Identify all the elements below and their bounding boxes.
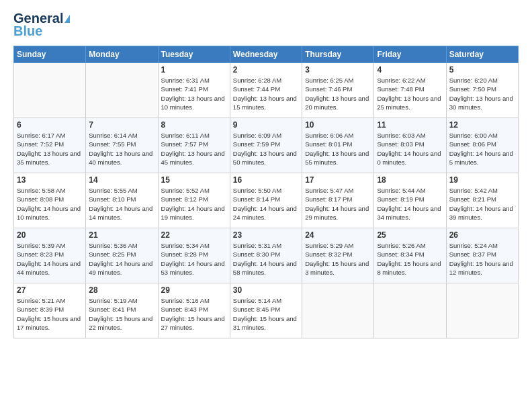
calendar-cell: 26Sunrise: 5:24 AMSunset: 8:37 PMDayligh… bbox=[446, 228, 518, 283]
calendar-cell: 28Sunrise: 5:19 AMSunset: 8:41 PMDayligh… bbox=[86, 283, 158, 338]
day-number: 9 bbox=[233, 120, 299, 130]
calendar-cell: 8Sunrise: 6:11 AMSunset: 7:57 PMDaylight… bbox=[158, 118, 230, 173]
day-number: 2 bbox=[233, 65, 299, 75]
calendar-week-5: 27Sunrise: 5:21 AMSunset: 8:39 PMDayligh… bbox=[14, 283, 519, 338]
calendar-cell: 30Sunrise: 5:14 AMSunset: 8:45 PMDayligh… bbox=[230, 283, 302, 338]
calendar-cell: 25Sunrise: 5:26 AMSunset: 8:34 PMDayligh… bbox=[374, 228, 446, 283]
calendar-cell: 9Sunrise: 6:09 AMSunset: 7:59 PMDaylight… bbox=[230, 118, 302, 173]
day-info: Sunrise: 5:29 AMSunset: 8:32 PMDaylight:… bbox=[305, 241, 371, 277]
day-info: Sunrise: 5:26 AMSunset: 8:34 PMDaylight:… bbox=[377, 241, 443, 277]
day-info: Sunrise: 6:31 AMSunset: 7:41 PMDaylight:… bbox=[161, 76, 227, 111]
day-info: Sunrise: 5:47 AMSunset: 8:17 PMDaylight:… bbox=[305, 186, 371, 222]
calendar-body: 1Sunrise: 6:31 AMSunset: 7:41 PMDaylight… bbox=[14, 63, 519, 338]
weekday-header-friday: Friday bbox=[374, 46, 446, 63]
calendar-cell: 13Sunrise: 5:58 AMSunset: 8:08 PMDayligh… bbox=[14, 173, 86, 228]
header: General Blue bbox=[13, 11, 519, 39]
day-number: 19 bbox=[449, 175, 515, 185]
day-info: Sunrise: 6:00 AMSunset: 8:06 PMDaylight:… bbox=[449, 131, 515, 167]
calendar-cell bbox=[14, 63, 86, 118]
day-info: Sunrise: 6:06 AMSunset: 8:01 PMDaylight:… bbox=[305, 131, 371, 167]
calendar-table: SundayMondayTuesdayWednesdayThursdayFrid… bbox=[13, 46, 519, 338]
day-info: Sunrise: 5:21 AMSunset: 8:39 PMDaylight:… bbox=[17, 296, 83, 332]
calendar-cell: 24Sunrise: 5:29 AMSunset: 8:32 PMDayligh… bbox=[302, 228, 374, 283]
calendar-cell bbox=[374, 283, 446, 338]
calendar-cell: 2Sunrise: 6:28 AMSunset: 7:44 PMDaylight… bbox=[230, 63, 302, 118]
day-info: Sunrise: 5:50 AMSunset: 8:14 PMDaylight:… bbox=[233, 186, 299, 222]
day-number: 7 bbox=[89, 120, 154, 130]
calendar-page: General Blue SundayMondayTuesdayWednesda… bbox=[0, 0, 532, 411]
calendar-cell: 4Sunrise: 6:22 AMSunset: 7:48 PMDaylight… bbox=[374, 63, 446, 118]
day-number: 15 bbox=[161, 175, 227, 185]
calendar-cell: 20Sunrise: 5:39 AMSunset: 8:23 PMDayligh… bbox=[14, 228, 86, 283]
day-number: 21 bbox=[89, 230, 154, 240]
logo-triangle-icon bbox=[64, 15, 70, 23]
day-info: Sunrise: 6:14 AMSunset: 7:55 PMDaylight:… bbox=[89, 131, 154, 167]
weekday-row: SundayMondayTuesdayWednesdayThursdayFrid… bbox=[14, 46, 519, 63]
weekday-header-monday: Monday bbox=[86, 46, 158, 63]
day-info: Sunrise: 5:44 AMSunset: 8:19 PMDaylight:… bbox=[377, 186, 443, 222]
weekday-header-saturday: Saturday bbox=[446, 46, 518, 63]
calendar-cell: 19Sunrise: 5:42 AMSunset: 8:21 PMDayligh… bbox=[446, 173, 518, 228]
calendar-cell: 5Sunrise: 6:20 AMSunset: 7:50 PMDaylight… bbox=[446, 63, 518, 118]
calendar-cell: 12Sunrise: 6:00 AMSunset: 8:06 PMDayligh… bbox=[446, 118, 518, 173]
day-number: 1 bbox=[161, 65, 227, 75]
calendar-cell bbox=[86, 63, 158, 118]
day-info: Sunrise: 5:42 AMSunset: 8:21 PMDaylight:… bbox=[449, 186, 515, 222]
weekday-header-wednesday: Wednesday bbox=[230, 46, 302, 63]
day-info: Sunrise: 5:19 AMSunset: 8:41 PMDaylight:… bbox=[89, 296, 154, 332]
calendar-cell: 29Sunrise: 5:16 AMSunset: 8:43 PMDayligh… bbox=[158, 283, 230, 338]
day-number: 23 bbox=[233, 230, 299, 240]
day-info: Sunrise: 6:20 AMSunset: 7:50 PMDaylight:… bbox=[449, 76, 515, 111]
calendar-week-3: 13Sunrise: 5:58 AMSunset: 8:08 PMDayligh… bbox=[14, 173, 519, 228]
day-info: Sunrise: 5:52 AMSunset: 8:12 PMDaylight:… bbox=[161, 186, 227, 222]
day-number: 6 bbox=[17, 120, 83, 130]
day-number: 20 bbox=[17, 230, 83, 240]
day-info: Sunrise: 6:25 AMSunset: 7:46 PMDaylight:… bbox=[305, 76, 371, 111]
day-info: Sunrise: 5:24 AMSunset: 8:37 PMDaylight:… bbox=[449, 241, 515, 277]
day-info: Sunrise: 5:14 AMSunset: 8:45 PMDaylight:… bbox=[233, 296, 299, 332]
day-info: Sunrise: 5:36 AMSunset: 8:25 PMDaylight:… bbox=[89, 241, 154, 277]
weekday-header-tuesday: Tuesday bbox=[158, 46, 230, 63]
calendar-cell: 23Sunrise: 5:31 AMSunset: 8:30 PMDayligh… bbox=[230, 228, 302, 283]
day-number: 26 bbox=[449, 230, 515, 240]
logo: General Blue bbox=[13, 11, 70, 39]
day-number: 10 bbox=[305, 120, 371, 130]
day-info: Sunrise: 6:22 AMSunset: 7:48 PMDaylight:… bbox=[377, 76, 443, 111]
calendar-week-4: 20Sunrise: 5:39 AMSunset: 8:23 PMDayligh… bbox=[14, 228, 519, 283]
calendar-cell: 17Sunrise: 5:47 AMSunset: 8:17 PMDayligh… bbox=[302, 173, 374, 228]
day-info: Sunrise: 6:11 AMSunset: 7:57 PMDaylight:… bbox=[161, 131, 227, 167]
day-info: Sunrise: 6:17 AMSunset: 7:52 PMDaylight:… bbox=[17, 131, 83, 167]
day-number: 4 bbox=[377, 65, 443, 75]
day-number: 3 bbox=[305, 65, 371, 75]
calendar-cell: 1Sunrise: 6:31 AMSunset: 7:41 PMDaylight… bbox=[158, 63, 230, 118]
calendar-cell: 21Sunrise: 5:36 AMSunset: 8:25 PMDayligh… bbox=[86, 228, 158, 283]
calendar-cell bbox=[446, 283, 518, 338]
day-number: 18 bbox=[377, 175, 443, 185]
calendar-cell bbox=[302, 283, 374, 338]
logo-blue: Blue bbox=[13, 24, 42, 39]
calendar-cell: 27Sunrise: 5:21 AMSunset: 8:39 PMDayligh… bbox=[14, 283, 86, 338]
day-info: Sunrise: 5:34 AMSunset: 8:28 PMDaylight:… bbox=[161, 241, 227, 277]
calendar-cell: 3Sunrise: 6:25 AMSunset: 7:46 PMDaylight… bbox=[302, 63, 374, 118]
day-info: Sunrise: 5:55 AMSunset: 8:10 PMDaylight:… bbox=[89, 186, 154, 222]
calendar-cell: 10Sunrise: 6:06 AMSunset: 8:01 PMDayligh… bbox=[302, 118, 374, 173]
day-number: 14 bbox=[89, 175, 154, 185]
day-number: 27 bbox=[17, 285, 83, 295]
calendar-cell: 14Sunrise: 5:55 AMSunset: 8:10 PMDayligh… bbox=[86, 173, 158, 228]
day-number: 12 bbox=[449, 120, 515, 130]
calendar-week-1: 1Sunrise: 6:31 AMSunset: 7:41 PMDaylight… bbox=[14, 63, 519, 118]
calendar-week-2: 6Sunrise: 6:17 AMSunset: 7:52 PMDaylight… bbox=[14, 118, 519, 173]
calendar-header: SundayMondayTuesdayWednesdayThursdayFrid… bbox=[14, 46, 519, 63]
day-info: Sunrise: 6:28 AMSunset: 7:44 PMDaylight:… bbox=[233, 76, 299, 111]
day-info: Sunrise: 5:39 AMSunset: 8:23 PMDaylight:… bbox=[17, 241, 83, 277]
day-info: Sunrise: 5:16 AMSunset: 8:43 PMDaylight:… bbox=[161, 296, 227, 332]
calendar-cell: 11Sunrise: 6:03 AMSunset: 8:03 PMDayligh… bbox=[374, 118, 446, 173]
day-number: 17 bbox=[305, 175, 371, 185]
day-number: 5 bbox=[449, 65, 515, 75]
day-number: 28 bbox=[89, 285, 154, 295]
day-number: 16 bbox=[233, 175, 299, 185]
calendar-cell: 22Sunrise: 5:34 AMSunset: 8:28 PMDayligh… bbox=[158, 228, 230, 283]
day-info: Sunrise: 6:09 AMSunset: 7:59 PMDaylight:… bbox=[233, 131, 299, 167]
calendar-cell: 16Sunrise: 5:50 AMSunset: 8:14 PMDayligh… bbox=[230, 173, 302, 228]
weekday-header-thursday: Thursday bbox=[302, 46, 374, 63]
